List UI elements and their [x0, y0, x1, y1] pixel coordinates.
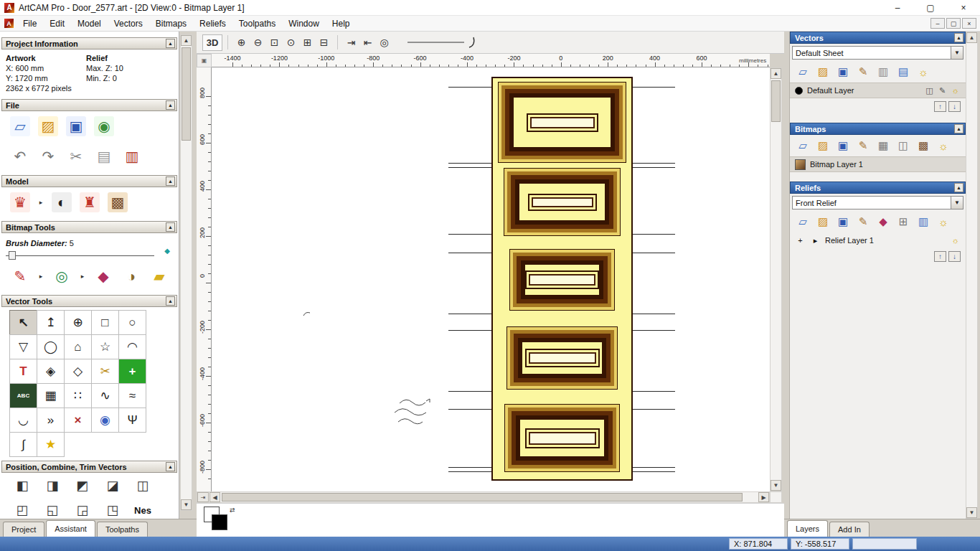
- weld-vectors-icon[interactable]: ◲: [67, 501, 98, 519]
- open-bitmap-layer-icon[interactable]: ▨: [815, 138, 831, 153]
- open-model-icon[interactable]: ▨: [38, 116, 58, 136]
- align-left-icon[interactable]: ◧: [7, 477, 37, 494]
- menu-edit[interactable]: Edit: [43, 17, 71, 31]
- bitmap-picture-icon[interactable]: ▩: [915, 138, 931, 153]
- select-vectors-tool[interactable]: ↖: [9, 310, 37, 335]
- bitmap-grid-icon[interactable]: ▦: [875, 138, 891, 153]
- scroll-down-icon[interactable]: ▼: [966, 507, 977, 518]
- canvas-hscrollbar[interactable]: ⇥ ◀ ▶: [197, 491, 770, 503]
- trim-vectors-tool[interactable]: ✂: [91, 359, 119, 384]
- collapse-icon[interactable]: ▲: [166, 296, 175, 306]
- relief-layer-bulb-icon[interactable]: ☼: [936, 215, 951, 229]
- create-polyline-tool[interactable]: ▽: [9, 334, 37, 359]
- collapse-icon[interactable]: ▲: [166, 39, 175, 48]
- sheet-select[interactable]: Default Sheet ▼: [792, 46, 963, 60]
- colour-picker-icon[interactable]: ◆: [93, 266, 113, 286]
- ungroup-vectors-icon[interactable]: ◱: [37, 501, 67, 519]
- swap-colours-icon[interactable]: ⇄: [230, 507, 235, 514]
- fit-text-frame-tool[interactable]: ▦: [37, 383, 65, 408]
- save-relief-layer-icon[interactable]: ▣: [835, 215, 851, 229]
- layers-panel-scrollbar[interactable]: ▲ ▼: [966, 32, 978, 519]
- lighthouse-icon[interactable]: ♜: [80, 192, 100, 212]
- bitmap-to-vector-tool[interactable]: ★: [37, 432, 65, 457]
- paint-vector-layer-icon[interactable]: ✎: [855, 65, 871, 79]
- collapse-icon[interactable]: ▲: [954, 124, 963, 133]
- group-vectors-icon[interactable]: ◰: [7, 501, 37, 519]
- scroll-thumb[interactable]: [771, 80, 781, 122]
- create-rectangle-tool[interactable]: □: [91, 310, 119, 335]
- save-model-icon[interactable]: ▣: [66, 116, 86, 136]
- preview-magnifier-icon[interactable]: ◎: [376, 34, 392, 51]
- move-layer-down-icon[interactable]: ↓: [948, 101, 961, 112]
- layer-visible-icon[interactable]: ☼: [950, 85, 961, 96]
- scroll-up-icon[interactable]: ▲: [771, 68, 781, 79]
- canvas-vscrollbar[interactable]: ▲ ▼: [770, 67, 782, 491]
- dropdown-arrow-icon[interactable]: ▼: [951, 47, 963, 59]
- relief-grid-icon[interactable]: ⊞: [895, 215, 911, 229]
- align-top-icon[interactable]: ◩: [67, 477, 98, 494]
- canvas-2d-view[interactable]: [212, 67, 770, 491]
- transform-vectors-tool[interactable]: ⊕: [64, 310, 92, 335]
- move-layer-down-icon[interactable]: ↓: [948, 251, 961, 262]
- collapse-icon[interactable]: ▲: [954, 183, 963, 192]
- paint-selective-icon[interactable]: ◎: [52, 266, 72, 286]
- secondary-colour-swatch[interactable]: [212, 514, 227, 530]
- menu-model[interactable]: Model: [71, 17, 108, 31]
- add-relief-layer-icon[interactable]: +: [795, 235, 806, 246]
- pan-lock-icon[interactable]: ⇥: [197, 492, 209, 502]
- assistant-scrollbar[interactable]: ▲ ▼: [180, 34, 192, 511]
- dropdown-arrow-icon[interactable]: ▼: [951, 197, 963, 209]
- restore-button[interactable]: ▢: [914, 0, 947, 16]
- undo-icon[interactable]: ↶: [10, 146, 30, 166]
- tab-assistant[interactable]: Assistant: [46, 520, 95, 537]
- section-file[interactable]: File ▲: [1, 99, 177, 111]
- create-polygon-tool[interactable]: ⌂: [64, 334, 92, 359]
- align-bottom-icon[interactable]: ◪: [98, 477, 128, 494]
- flood-fill-icon[interactable]: ▰: [149, 266, 169, 286]
- tab-add-in[interactable]: Add In: [829, 522, 870, 537]
- menu-reliefs[interactable]: Reliefs: [193, 17, 232, 31]
- vector-layer-row[interactable]: Default Layer ◫✎☼: [790, 83, 966, 98]
- minimize-button[interactable]: –: [881, 0, 914, 16]
- menu-window[interactable]: Window: [282, 17, 326, 31]
- new-bitmap-layer-icon[interactable]: ▱: [795, 138, 811, 153]
- copy-vector-layer-icon[interactable]: ▥: [875, 65, 891, 79]
- scroll-down-icon[interactable]: ▼: [771, 480, 781, 491]
- section-vector-tools[interactable]: Vector Tools ▲: [1, 295, 177, 307]
- cross-section-tool[interactable]: ×: [64, 408, 92, 433]
- delete-icon[interactable]: ▥: [122, 146, 142, 166]
- cut-icon[interactable]: ✂: [66, 146, 86, 166]
- menu-toolpaths[interactable]: Toolpaths: [232, 17, 282, 31]
- relief-layer-row[interactable]: + ▸ Relief Layer 1 ☼: [790, 232, 966, 248]
- layer-visible-icon[interactable]: ☼: [950, 235, 961, 246]
- tab-toolpaths[interactable]: Toolpaths: [97, 522, 148, 537]
- adjust-model-icon[interactable]: ◐: [52, 192, 72, 212]
- slider-thumb[interactable]: [9, 251, 16, 260]
- selective-flyout-icon[interactable]: ▸: [80, 266, 85, 286]
- bitmap-layer-bulb-icon[interactable]: ☼: [936, 138, 951, 153]
- bitmap-layer-row[interactable]: Bitmap Layer 1: [790, 156, 966, 172]
- paste-along-curve-tool[interactable]: +: [118, 359, 146, 384]
- collapse-icon[interactable]: ▲: [166, 176, 175, 186]
- close-button[interactable]: ×: [947, 0, 980, 16]
- scroll-thumb[interactable]: [182, 47, 191, 141]
- child-window-icon[interactable]: A: [4, 19, 14, 28]
- scroll-left-icon[interactable]: ◀: [209, 492, 220, 502]
- erase-relief-layer-icon[interactable]: ▥: [915, 215, 931, 229]
- fillet-tool[interactable]: ◡: [9, 408, 37, 433]
- child-minimize-button[interactable]: –: [930, 18, 945, 29]
- measure-tool[interactable]: ≈: [118, 383, 146, 408]
- scroll-thumb[interactable]: [222, 493, 743, 501]
- model-flyout-icon[interactable]: ▸: [38, 192, 44, 212]
- section-model[interactable]: Model ▲: [1, 175, 177, 187]
- create-text-tool[interactable]: T: [9, 359, 37, 384]
- vector-layer-bulb-icon[interactable]: ☼: [915, 65, 931, 79]
- paste-icon[interactable]: ▤: [94, 146, 114, 166]
- layer-colour-swatch[interactable]: [795, 87, 803, 95]
- collapse-icon[interactable]: ▲: [166, 100, 175, 110]
- snap-grid-icon[interactable]: ⇥: [343, 34, 359, 51]
- zoom-fit-icon[interactable]: ⊞: [299, 34, 316, 51]
- open-relief-layer-icon[interactable]: ▨: [815, 215, 831, 229]
- model-image-icon[interactable]: ▩: [108, 192, 128, 212]
- paint-relief-layer-icon[interactable]: ✎: [855, 215, 871, 229]
